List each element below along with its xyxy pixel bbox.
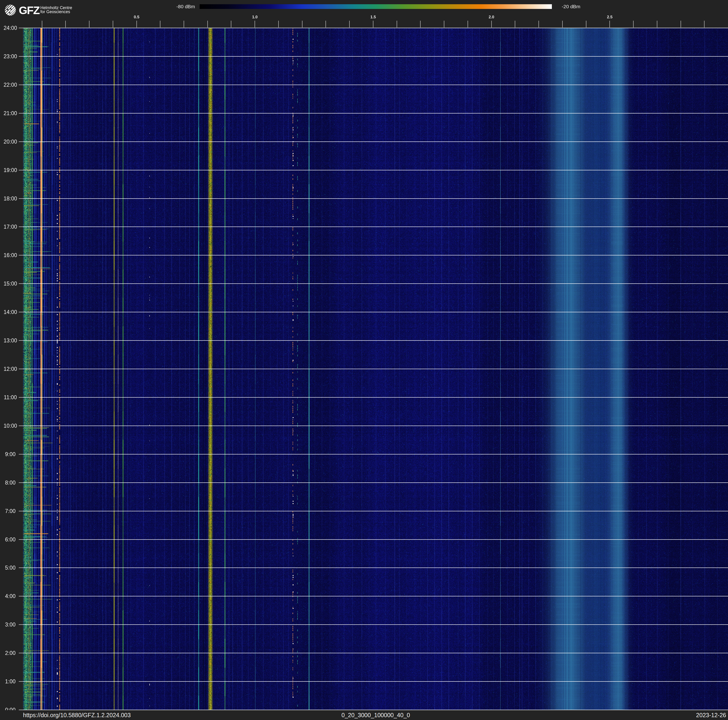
y-tick [19, 255, 23, 256]
x-tick [207, 21, 208, 28]
time-label: 23:00 [1, 54, 20, 59]
colorbar-max-label: -20 dBm [562, 4, 580, 9]
x-tick [468, 21, 468, 28]
time-label: 11:00 [1, 395, 20, 400]
y-tick [19, 426, 23, 426]
freq-label: 1.5 [370, 15, 376, 20]
y-tick [19, 567, 23, 568]
y-tick [19, 28, 23, 28]
colorbar-gradient [200, 4, 552, 9]
time-label: 20:00 [1, 139, 20, 144]
footer-bar: https://doi.org/10.5880/GFZ.1.2.2024.003… [0, 710, 728, 720]
time-label: 13:00 [1, 338, 20, 343]
y-tick [19, 113, 23, 113]
doi-link: https://doi.org/10.5880/GFZ.1.2.2024.003 [23, 710, 131, 720]
y-tick [19, 198, 23, 199]
time-label: 3:00 [1, 622, 20, 627]
time-label: 12:00 [1, 366, 20, 372]
x-tick [349, 21, 350, 28]
time-label: 5:00 [1, 565, 20, 571]
y-tick [19, 283, 23, 284]
time-label: 18:00 [1, 196, 20, 201]
x-tick [373, 21, 373, 28]
x-tick [657, 21, 657, 28]
time-label: 2:00 [1, 650, 20, 656]
y-tick [19, 681, 23, 682]
gfz-subtitle: Helmholtz Centre for Geosciences [40, 6, 72, 14]
freq-label: 0.5 [134, 15, 139, 20]
y-tick [19, 141, 23, 142]
x-tick [302, 21, 303, 28]
y-tick [19, 397, 23, 398]
freq-label: 2.0 [489, 15, 494, 20]
x-tick [160, 21, 161, 28]
y-tick [19, 454, 23, 455]
time-label: 6:00 [1, 537, 20, 542]
spectrogram-page: GFZ Helmholtz Centre for Geosciences -80… [0, 0, 728, 720]
x-tick [136, 21, 137, 28]
x-tick [444, 21, 444, 28]
time-label: 15:00 [1, 281, 20, 286]
measurement-parameters: 0_20_3000_100000_40_0 [341, 710, 410, 720]
gfz-sphere-icon [5, 5, 16, 16]
y-tick [19, 312, 23, 312]
y-tick [19, 56, 23, 57]
x-tick [113, 21, 113, 28]
y-tick [19, 340, 23, 341]
time-label: 10:00 [1, 423, 20, 429]
y-tick [19, 539, 23, 540]
freq-label: 1.0 [252, 15, 258, 20]
date-label: 2023-12-26 [696, 710, 726, 720]
time-label: 21:00 [1, 110, 20, 116]
y-tick [19, 511, 23, 511]
gfz-subtitle-line2: for Geosciences [40, 10, 72, 14]
x-tick [397, 21, 397, 28]
time-label: 22:00 [1, 82, 20, 88]
time-label: 7:00 [1, 508, 20, 514]
x-tick [184, 21, 184, 28]
y-tick [19, 653, 23, 653]
x-tick [491, 21, 492, 28]
x-tick [255, 21, 255, 28]
x-tick [89, 21, 89, 28]
y-tick [19, 596, 23, 596]
x-tick [278, 21, 279, 28]
time-label: 14:00 [1, 309, 20, 315]
time-label: 24:00 [1, 25, 20, 31]
x-tick [586, 21, 586, 28]
y-tick [19, 369, 23, 369]
x-tick [681, 21, 681, 28]
x-tick [704, 21, 705, 28]
time-label: 9:00 [1, 451, 20, 457]
y-tick [19, 84, 23, 85]
y-tick [19, 227, 23, 227]
time-label: 4:00 [1, 593, 20, 599]
time-label: 16:00 [1, 252, 20, 258]
time-label: 19:00 [1, 167, 20, 173]
x-tick [633, 21, 633, 28]
x-tick [420, 21, 421, 28]
x-tick [538, 21, 539, 28]
x-tick [562, 21, 563, 28]
time-label: 8:00 [1, 480, 20, 486]
gfz-logo: GFZ Helmholtz Centre for Geosciences [5, 4, 103, 18]
y-tick [19, 483, 23, 483]
x-tick [42, 21, 42, 28]
colorbar-min-label: -80 dBm [176, 4, 195, 9]
gfz-wordmark: GFZ [19, 4, 40, 17]
time-label: 1:00 [1, 679, 20, 684]
x-tick [65, 21, 66, 28]
x-tick [609, 21, 610, 28]
y-tick [19, 624, 23, 625]
y-tick [19, 170, 23, 170]
x-tick [515, 21, 515, 28]
freq-label: 2.5 [607, 15, 612, 20]
x-tick [231, 21, 231, 28]
time-label: 17:00 [1, 224, 20, 230]
x-tick [326, 21, 326, 28]
spectrogram-canvas [0, 0, 728, 720]
